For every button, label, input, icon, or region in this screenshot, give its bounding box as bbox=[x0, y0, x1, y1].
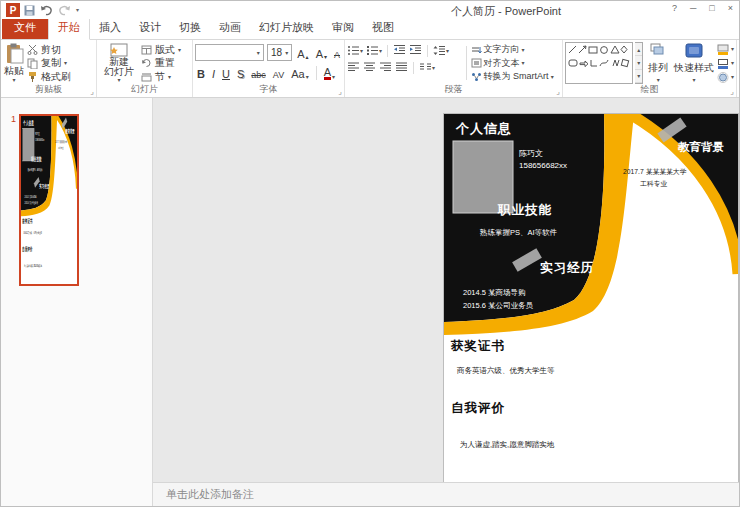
clear-formatting-button[interactable]: A bbox=[332, 45, 342, 60]
up-arrow-icon: ▴ bbox=[306, 53, 309, 60]
columns-icon bbox=[419, 62, 432, 73]
align-left-button[interactable] bbox=[347, 61, 360, 74]
decrease-indent-button[interactable] bbox=[393, 44, 406, 57]
save-icon bbox=[24, 5, 35, 16]
shape-outline-icon bbox=[717, 58, 729, 69]
tab-home[interactable]: 开始 bbox=[48, 16, 90, 40]
main-area: 1 单击此处添加备注 bbox=[1, 98, 739, 506]
text-direction-icon bbox=[471, 45, 482, 55]
font-name-select[interactable]: ▾ bbox=[195, 44, 264, 61]
new-slide-icon bbox=[110, 43, 128, 57]
shape-outline-button[interactable]: ▾ bbox=[717, 57, 734, 69]
tab-slideshow[interactable]: 幻灯片放映 bbox=[250, 17, 323, 39]
undo-button[interactable] bbox=[40, 5, 53, 16]
italic-button[interactable]: I bbox=[210, 65, 217, 80]
character-spacing-button[interactable]: AV bbox=[271, 65, 286, 80]
gallery-more-icon[interactable]: ▾ bbox=[635, 70, 642, 83]
layout-button[interactable]: 版式 ▾ bbox=[141, 43, 190, 56]
shapes-icons bbox=[567, 44, 631, 82]
align-right-button[interactable] bbox=[379, 61, 392, 74]
dialog-launcher-icon[interactable]: ⌟ bbox=[730, 88, 734, 96]
group-font: ▾ 18 ▾ A▴ A▾ A B I U S abc AV Aa▾ A▾ bbox=[193, 40, 345, 97]
decrease-indent-icon bbox=[393, 44, 406, 55]
scroll-down-icon[interactable]: ▾ bbox=[635, 56, 642, 69]
align-text-button[interactable]: 对齐文本 ▾ bbox=[471, 57, 560, 70]
bold-button[interactable]: B bbox=[195, 65, 207, 80]
bullets-button[interactable]: ▾ bbox=[347, 45, 363, 56]
dialog-launcher-icon[interactable]: ⌟ bbox=[338, 88, 342, 96]
qat-customize-icon[interactable]: ▾ bbox=[76, 7, 79, 13]
grow-font-button[interactable]: A▴ bbox=[295, 45, 310, 60]
chevron-down-icon: ▾ bbox=[446, 48, 449, 54]
align-text-label: 对齐文本 bbox=[484, 57, 520, 70]
chevron-down-icon: ▾ bbox=[522, 60, 525, 66]
dialog-launcher-icon[interactable]: ⌟ bbox=[556, 88, 560, 96]
change-case-button[interactable]: Aa▾ bbox=[289, 65, 310, 80]
redo-button[interactable] bbox=[58, 5, 71, 16]
minimize-button[interactable]: ─ bbox=[690, 3, 696, 13]
group-slides: 新建 幻灯片 ▾ 版式 ▾ 重置 节 ▾ bbox=[97, 40, 193, 97]
columns-button[interactable]: ▾ bbox=[419, 62, 435, 73]
tab-insert[interactable]: 插入 bbox=[90, 17, 130, 39]
bullets-icon bbox=[347, 45, 360, 56]
clear-formatting-letter: A bbox=[334, 50, 340, 60]
divider bbox=[466, 46, 467, 80]
arrange-button[interactable]: 排列 ▾ bbox=[645, 42, 671, 84]
shrink-font-button[interactable]: A▾ bbox=[314, 45, 329, 60]
reset-button[interactable]: 重置 bbox=[141, 57, 190, 70]
divider bbox=[316, 66, 317, 80]
tab-file[interactable]: 文件 bbox=[2, 17, 48, 39]
chevron-down-icon: ▾ bbox=[168, 74, 171, 80]
justify-button[interactable] bbox=[395, 61, 408, 74]
close-button[interactable]: × bbox=[728, 3, 733, 13]
scroll-up-icon[interactable]: ▴ bbox=[635, 43, 642, 56]
chevron-down-icon: ▾ bbox=[551, 74, 554, 80]
new-slide-button[interactable]: 新建 幻灯片 ▾ bbox=[99, 42, 139, 84]
save-button[interactable] bbox=[24, 5, 35, 16]
shapes-gallery[interactable] bbox=[565, 42, 633, 84]
tab-review[interactable]: 审阅 bbox=[323, 17, 363, 39]
format-painter-label: 格式刷 bbox=[41, 70, 71, 84]
strikethrough-button[interactable]: abc bbox=[249, 65, 268, 80]
chevron-down-icon: ▾ bbox=[257, 50, 260, 56]
paste-button[interactable]: 粘贴 ▾ bbox=[3, 42, 25, 84]
font-color-letter: A bbox=[324, 67, 331, 80]
group-paragraph: ▾ ▾ ▾ bbox=[345, 40, 563, 97]
down-arrow-icon: ▾ bbox=[324, 53, 327, 60]
tab-transitions[interactable]: 切换 bbox=[170, 17, 210, 39]
shapes-gallery-scrollbar[interactable]: ▴ ▾ ▾ bbox=[635, 42, 643, 84]
chevron-down-icon: ▾ bbox=[731, 46, 734, 52]
underline-button[interactable]: U bbox=[220, 65, 232, 80]
slide-thumbnail[interactable] bbox=[19, 114, 79, 286]
align-right-icon bbox=[379, 61, 392, 72]
text-shadow-button[interactable]: S bbox=[235, 65, 246, 80]
line-spacing-button[interactable]: ▾ bbox=[433, 45, 449, 56]
notes-pane[interactable]: 单击此处添加备注 bbox=[153, 482, 739, 506]
font-color-button[interactable]: A▾ bbox=[322, 65, 337, 80]
section-button[interactable]: 节 ▾ bbox=[141, 70, 190, 83]
copy-button[interactable]: 复制 ▾ bbox=[27, 57, 94, 70]
numbering-button[interactable]: ▾ bbox=[366, 45, 382, 56]
quick-access-toolbar: ▾ bbox=[24, 5, 79, 16]
shrink-font-letter: A bbox=[316, 48, 323, 60]
quick-styles-button[interactable]: 快速样式 ▾ bbox=[673, 42, 715, 84]
tab-animations[interactable]: 动画 bbox=[210, 17, 250, 39]
text-direction-button[interactable]: 文字方向 ▾ bbox=[471, 43, 560, 56]
align-center-button[interactable] bbox=[363, 61, 376, 74]
font-size-select[interactable]: 18 ▾ bbox=[267, 44, 292, 61]
increase-indent-button[interactable] bbox=[409, 44, 422, 57]
chevron-down-icon: ▾ bbox=[285, 50, 288, 56]
line-spacing-icon bbox=[433, 45, 446, 56]
maximize-button[interactable]: □ bbox=[709, 3, 714, 13]
help-button[interactable]: ? bbox=[672, 3, 677, 13]
shape-effects-button[interactable]: ▾ bbox=[717, 71, 734, 83]
convert-smartart-button[interactable]: 转换为 SmartArt ▾ bbox=[471, 70, 560, 83]
dialog-launcher-icon[interactable]: ⌟ bbox=[90, 88, 94, 96]
tab-design[interactable]: 设计 bbox=[130, 17, 170, 39]
cut-button[interactable]: 剪切 bbox=[27, 43, 94, 56]
slide-canvas[interactable] bbox=[444, 114, 738, 484]
tab-view[interactable]: 视图 bbox=[363, 17, 403, 39]
shape-fill-button[interactable]: ▾ bbox=[717, 43, 734, 55]
shape-fill-icon bbox=[717, 44, 729, 55]
format-painter-button[interactable]: 格式刷 bbox=[27, 70, 94, 83]
